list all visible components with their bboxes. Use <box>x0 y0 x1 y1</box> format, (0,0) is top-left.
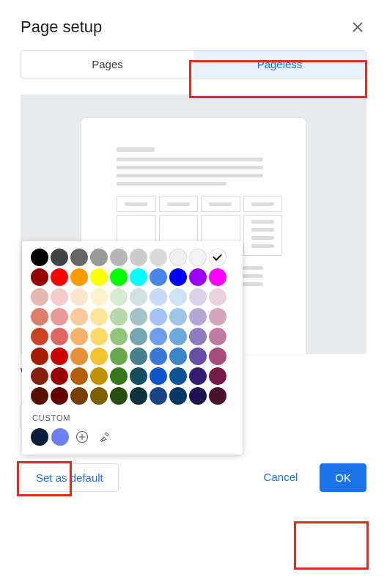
color-swatch[interactable] <box>150 288 167 306</box>
color-swatch[interactable] <box>110 367 128 385</box>
close-button[interactable] <box>349 18 366 36</box>
color-swatch[interactable] <box>150 268 167 286</box>
dialog-footer: Set as default Cancel OK <box>21 463 366 492</box>
color-swatch[interactable] <box>70 328 88 345</box>
color-swatch[interactable] <box>90 387 108 405</box>
color-swatch[interactable] <box>51 348 68 365</box>
color-swatch[interactable] <box>90 249 108 266</box>
color-swatch[interactable] <box>150 328 167 345</box>
color-swatch[interactable] <box>209 268 226 286</box>
color-swatch[interactable] <box>169 249 187 266</box>
color-swatch[interactable] <box>110 308 128 326</box>
eyedropper-button[interactable] <box>95 428 113 446</box>
color-swatch[interactable] <box>51 288 68 306</box>
color-swatch[interactable] <box>70 249 88 266</box>
color-swatch[interactable] <box>51 387 68 405</box>
color-swatch[interactable] <box>169 328 187 345</box>
color-swatch[interactable] <box>31 387 48 405</box>
tab-pageless[interactable]: Pageless <box>194 51 366 78</box>
tabs: Pages Pageless <box>21 50 366 78</box>
color-swatch[interactable] <box>130 249 147 266</box>
ok-button[interactable]: OK <box>320 463 366 492</box>
color-swatch[interactable] <box>51 367 68 385</box>
color-swatch[interactable] <box>169 288 187 306</box>
color-swatch[interactable] <box>189 268 207 286</box>
set-default-button[interactable]: Set as default <box>21 463 119 492</box>
color-swatch[interactable] <box>51 268 68 286</box>
color-swatch[interactable] <box>150 249 167 266</box>
color-swatch[interactable] <box>209 288 226 306</box>
color-swatch[interactable] <box>110 387 128 405</box>
color-swatch[interactable] <box>209 308 226 326</box>
color-swatch[interactable] <box>51 308 68 326</box>
color-swatch[interactable] <box>150 367 167 385</box>
color-swatch[interactable] <box>90 308 108 326</box>
color-swatch[interactable] <box>209 387 226 405</box>
color-swatch[interactable] <box>110 249 128 266</box>
color-swatch[interactable] <box>130 268 147 286</box>
color-swatch[interactable] <box>169 348 187 365</box>
color-swatch[interactable] <box>31 288 48 306</box>
color-swatch[interactable] <box>70 268 88 286</box>
color-swatch[interactable] <box>31 308 48 326</box>
color-swatch[interactable] <box>90 367 108 385</box>
color-swatch[interactable] <box>31 268 48 286</box>
color-swatch[interactable] <box>150 387 167 405</box>
color-swatch[interactable] <box>130 328 147 345</box>
cancel-button[interactable]: Cancel <box>249 463 313 492</box>
custom-color-swatch[interactable] <box>51 428 69 446</box>
color-swatch[interactable] <box>209 328 226 345</box>
color-swatch[interactable] <box>90 328 108 345</box>
color-swatch[interactable] <box>169 268 187 286</box>
color-swatch[interactable] <box>150 308 167 326</box>
color-swatch[interactable] <box>70 387 88 405</box>
color-swatch[interactable] <box>31 249 48 266</box>
color-swatch[interactable] <box>189 288 207 306</box>
color-swatch[interactable] <box>70 308 88 326</box>
color-swatch[interactable] <box>110 288 128 306</box>
color-swatch[interactable] <box>31 348 48 365</box>
color-swatch[interactable] <box>169 387 187 405</box>
color-swatch[interactable] <box>130 348 147 365</box>
color-swatch[interactable] <box>189 308 207 326</box>
highlight-ok-button <box>294 521 369 570</box>
color-swatch[interactable] <box>189 348 207 365</box>
color-swatch-grid <box>31 249 234 405</box>
color-swatch[interactable] <box>31 367 48 385</box>
color-swatch[interactable] <box>130 367 147 385</box>
tab-pages[interactable]: Pages <box>21 51 194 78</box>
color-swatch[interactable] <box>51 249 68 266</box>
color-picker-popover: CUSTOM <box>22 241 243 455</box>
color-swatch[interactable] <box>189 367 207 385</box>
eyedropper-icon <box>97 430 111 444</box>
custom-color-row <box>31 428 234 446</box>
color-swatch[interactable] <box>130 387 147 405</box>
color-swatch[interactable] <box>209 249 226 266</box>
dialog-title: Page setup <box>21 18 102 37</box>
color-swatch[interactable] <box>110 268 128 286</box>
custom-color-swatch[interactable] <box>31 428 48 446</box>
color-swatch[interactable] <box>51 328 68 345</box>
color-swatch[interactable] <box>90 288 108 306</box>
color-swatch[interactable] <box>110 328 128 345</box>
color-swatch[interactable] <box>110 348 128 365</box>
color-swatch[interactable] <box>209 367 226 385</box>
add-custom-color-button[interactable] <box>73 428 91 446</box>
color-swatch[interactable] <box>70 288 88 306</box>
color-swatch[interactable] <box>189 387 207 405</box>
color-swatch[interactable] <box>150 348 167 365</box>
color-swatch[interactable] <box>31 328 48 345</box>
color-swatch[interactable] <box>189 328 207 345</box>
color-swatch[interactable] <box>130 288 147 306</box>
color-swatch[interactable] <box>169 367 187 385</box>
color-swatch[interactable] <box>90 268 108 286</box>
custom-section-label: CUSTOM <box>32 414 234 422</box>
color-swatch[interactable] <box>90 348 108 365</box>
color-swatch[interactable] <box>169 308 187 326</box>
color-swatch[interactable] <box>209 348 226 365</box>
close-icon <box>353 22 363 32</box>
color-swatch[interactable] <box>189 249 207 266</box>
color-swatch[interactable] <box>70 348 88 365</box>
color-swatch[interactable] <box>130 308 147 326</box>
color-swatch[interactable] <box>70 367 88 385</box>
